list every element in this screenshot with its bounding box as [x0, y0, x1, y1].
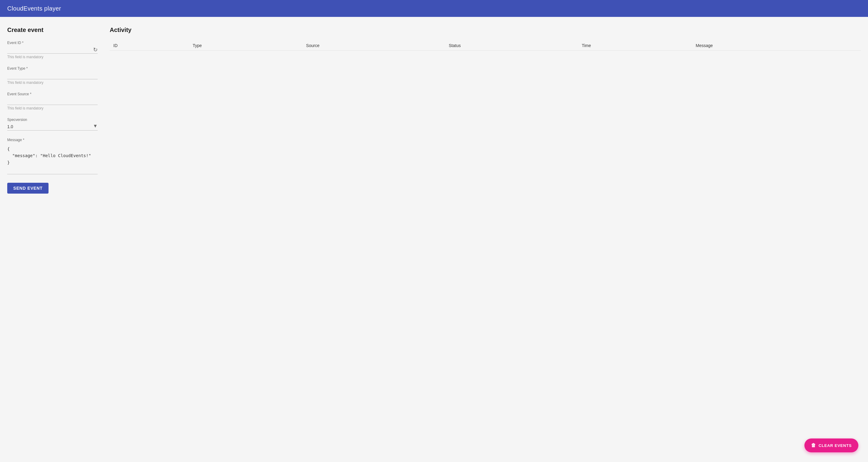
event-type-input[interactable] — [7, 72, 98, 79]
event-id-hint: This field is mandatory — [7, 55, 98, 59]
app-header: CloudEvents player — [0, 0, 868, 17]
event-source-hint: This field is mandatory — [7, 106, 98, 110]
app-title: CloudEvents player — [7, 5, 61, 12]
col-header-status: Status — [445, 41, 578, 51]
event-type-hint: This field is mandatory — [7, 81, 98, 85]
col-header-time: Time — [578, 41, 692, 51]
message-field: Message * { "message": "Hello CloudEvent… — [7, 138, 98, 175]
specversion-select-wrapper: 1.0 0.3 ▼ — [7, 123, 98, 131]
event-type-label: Event Type * — [7, 66, 98, 70]
specversion-field: Specversion 1.0 0.3 ▼ — [7, 118, 98, 131]
col-header-source: Source — [303, 41, 445, 51]
event-source-input[interactable] — [7, 97, 98, 105]
form-section-title: Create event — [7, 27, 98, 33]
event-type-field: Event Type * This field is mandatory — [7, 66, 98, 85]
col-header-type: Type — [189, 41, 302, 51]
specversion-select[interactable]: 1.0 0.3 — [7, 123, 98, 131]
col-header-message: Message — [692, 41, 861, 51]
message-label: Message * — [7, 138, 98, 142]
trash-icon: 🗑 — [811, 443, 816, 448]
event-id-field: Event ID * ↻ This field is mandatory — [7, 41, 98, 59]
activity-section-title: Activity — [110, 27, 861, 33]
message-textarea[interactable]: { "message": "Hello CloudEvents!" } — [7, 144, 98, 174]
event-id-label: Event ID * — [7, 41, 98, 45]
col-header-id: ID — [110, 41, 189, 51]
activity-panel: Activity ID Type Source Status Time Mess… — [110, 27, 861, 194]
clear-events-button[interactable]: 🗑 CLEAR EVENTS — [804, 438, 858, 452]
table-header-row: ID Type Source Status Time Message — [110, 41, 861, 51]
specversion-label: Specversion — [7, 118, 98, 122]
event-source-field: Event Source * This field is mandatory — [7, 92, 98, 110]
send-event-button[interactable]: SEND EVENT — [7, 183, 49, 194]
create-event-panel: Create event Event ID * ↻ This field is … — [7, 27, 98, 194]
activity-table: ID Type Source Status Time Message — [110, 41, 861, 51]
refresh-icon[interactable]: ↻ — [93, 47, 98, 53]
event-source-label: Event Source * — [7, 92, 98, 96]
clear-events-label: CLEAR EVENTS — [818, 443, 852, 448]
event-id-input[interactable] — [7, 46, 98, 54]
